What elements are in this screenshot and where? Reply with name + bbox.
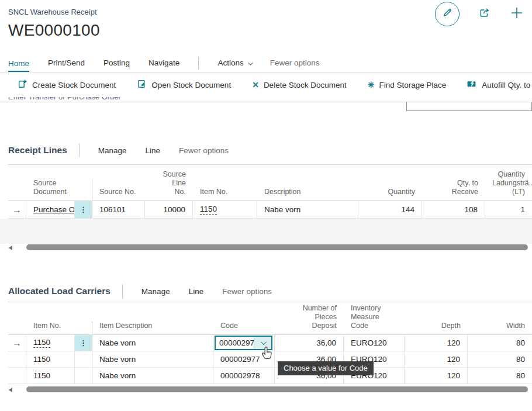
quantity-lt-cell[interactable]: 1 xyxy=(485,201,532,218)
alc-fewer-options[interactable]: Fewer options xyxy=(222,287,272,296)
col-item-no[interactable]: Item No. xyxy=(193,188,257,201)
row-options-menu-icon[interactable]: ⋮ xyxy=(75,335,92,351)
table-row: → Purchase O... ⋮ 106101 10000 1150 Nabe… xyxy=(8,201,532,219)
empty-grid-area xyxy=(0,219,532,244)
receipt-lines-line-menu[interactable]: Line xyxy=(146,146,161,155)
active-row-arrow-icon: → xyxy=(8,335,26,351)
inventory-measure-code-cell[interactable]: EURO120 xyxy=(344,335,405,351)
row-options-menu-icon[interactable]: ⋮ xyxy=(75,201,92,218)
asterisk-icon: ✳ xyxy=(368,81,375,89)
depth-cell[interactable]: 120 xyxy=(405,351,468,367)
receipt-lines-fewer-options[interactable]: Fewer options xyxy=(179,146,229,155)
col-description[interactable]: Description xyxy=(257,188,358,201)
receipt-lines-table-header: Source Document Source No. Source Line N… xyxy=(8,164,532,201)
alc-table-header: Item No. Item Description Code Number of… xyxy=(8,302,532,335)
delete-stock-document-button[interactable]: ✕ Delete Stock Document xyxy=(252,81,347,89)
width-cell[interactable]: 80 xyxy=(468,368,532,384)
autofill-qty-button[interactable]: Autofill Qty. to Recei xyxy=(467,80,532,90)
pieces-deposit-cell[interactable]: 36,00 xyxy=(275,335,344,351)
mouse-cursor-hand-icon xyxy=(261,346,274,364)
scrollbar-thumb[interactable] xyxy=(26,244,528,250)
chevron-down-icon xyxy=(248,60,253,65)
pencil-icon xyxy=(442,8,452,20)
horizontal-scrollbar xyxy=(0,386,532,393)
depth-cell[interactable]: 120 xyxy=(405,368,468,384)
item-no-cell[interactable]: 1150 xyxy=(26,351,75,367)
tab-actions-menu[interactable]: Actions xyxy=(217,58,251,72)
document-plus-icon xyxy=(18,79,27,91)
clipped-field-label: Enter Transfer or Purchase Order xyxy=(0,97,532,102)
scroll-left-arrow-icon[interactable] xyxy=(9,388,12,392)
code-dropdown-value[interactable]: 000002976 xyxy=(216,337,254,349)
ribbon-tab-bar: Home Print/Send Posting Navigate Actions… xyxy=(0,55,532,72)
tab-fewer-options[interactable]: Fewer options xyxy=(270,58,320,72)
item-description-cell[interactable]: Nabe vorn xyxy=(92,351,213,367)
open-stock-document-button[interactable]: Open Stock Document xyxy=(137,79,231,91)
col-source-no[interactable]: Source No. xyxy=(92,188,145,201)
col-item-no[interactable]: Item No. xyxy=(26,322,92,334)
source-line-no-cell[interactable]: 10000 xyxy=(145,201,193,218)
qty-to-receive-cell[interactable]: 108 xyxy=(422,201,485,218)
row-selector-column xyxy=(8,330,26,334)
alc-line-menu[interactable]: Line xyxy=(189,287,204,296)
item-description-cell[interactable]: Nabe vorn xyxy=(92,335,213,351)
header-icons xyxy=(435,0,524,28)
col-item-description[interactable]: Item Description xyxy=(92,322,213,334)
quantity-cell[interactable]: 144 xyxy=(358,201,422,218)
clipped-field-row xyxy=(0,102,532,111)
section-divider xyxy=(79,143,80,157)
document-edit-icon xyxy=(137,79,147,91)
col-pieces-deposit[interactable]: Number of Pieces Deposit xyxy=(275,304,344,334)
width-cell[interactable]: 80 xyxy=(468,351,532,367)
code-cell[interactable]: 000002978 xyxy=(213,368,275,384)
col-source-line-no[interactable]: Source Line No. xyxy=(145,170,193,201)
field-tooltip: Choose a value for Code xyxy=(278,361,374,375)
action-bar: Create Stock Document Open Stock Documen… xyxy=(0,72,532,97)
section-divider xyxy=(122,284,123,298)
delete-x-icon: ✕ xyxy=(252,81,259,89)
receipt-lines-table: Source Document Source No. Source Line N… xyxy=(8,164,532,219)
tab-posting[interactable]: Posting xyxy=(103,58,130,72)
tab-home[interactable]: Home xyxy=(8,59,29,72)
tab-navigate[interactable]: Navigate xyxy=(148,58,179,72)
tab-print-send[interactable]: Print/Send xyxy=(48,58,85,72)
col-source-document[interactable]: Source Document xyxy=(26,179,92,201)
share-icon[interactable] xyxy=(478,6,491,22)
edit-button[interactable] xyxy=(435,2,460,26)
description-cell[interactable]: Nabe vorn xyxy=(257,201,358,218)
item-no-cell[interactable]: 1150 xyxy=(26,335,75,351)
table-row: 1150 Nabe vorn 000002978 36,00 EURO120 1… xyxy=(8,368,532,384)
scrollbar-thumb[interactable] xyxy=(26,386,528,392)
width-cell[interactable]: 80 xyxy=(468,335,532,351)
scroll-left-arrow-icon[interactable] xyxy=(9,246,12,250)
create-stock-document-button[interactable]: Create Stock Document xyxy=(18,79,116,91)
warehouse-receipt-page: SNCL Warehouse Receipt WE0000100 Home Pr… xyxy=(0,0,532,411)
item-no-cell[interactable]: 1150 xyxy=(193,201,257,218)
chevron-down-icon xyxy=(261,339,267,345)
item-description-cell[interactable]: Nabe vorn xyxy=(92,368,213,384)
source-no-cell[interactable]: 106101 xyxy=(92,201,145,218)
tab-divider xyxy=(198,57,199,70)
allocated-load-carriers-title: Allocated Load Carriers xyxy=(8,286,110,296)
active-row-arrow-icon: → xyxy=(8,201,26,218)
col-quantity[interactable]: Quantity xyxy=(358,188,422,201)
alc-manage-menu[interactable]: Manage xyxy=(141,287,170,296)
horizontal-scrollbar xyxy=(0,244,532,251)
find-storage-place-button[interactable]: ✳ Find Storage Place xyxy=(368,81,447,89)
clipped-input-field[interactable] xyxy=(406,102,532,111)
col-depth[interactable]: Depth xyxy=(405,322,468,334)
receipt-lines-manage-menu[interactable]: Manage xyxy=(98,146,127,155)
col-width[interactable]: Width xyxy=(468,322,532,334)
col-qty-to-receive[interactable]: Qty. to Receive xyxy=(422,179,485,201)
col-code[interactable]: Code xyxy=(213,322,275,334)
col-inventory-measure-code[interactable]: Inventory Measure Code xyxy=(344,304,405,334)
source-document-cell[interactable]: Purchase O... xyxy=(26,201,75,218)
col-quantity-lt[interactable]: Quantity Ladungsträ... (LT) xyxy=(485,170,532,201)
row-selector-column xyxy=(8,196,26,201)
depth-cell[interactable]: 120 xyxy=(405,335,468,351)
autofill-lightning-icon xyxy=(467,80,477,90)
item-no-cell[interactable]: 1150 xyxy=(26,368,75,384)
allocated-load-carriers-header: Allocated Load Carriers Manage Line Fewe… xyxy=(0,281,532,302)
allocated-load-carriers-table: Item No. Item Description Code Number of… xyxy=(8,302,532,384)
plus-icon[interactable] xyxy=(510,6,524,22)
